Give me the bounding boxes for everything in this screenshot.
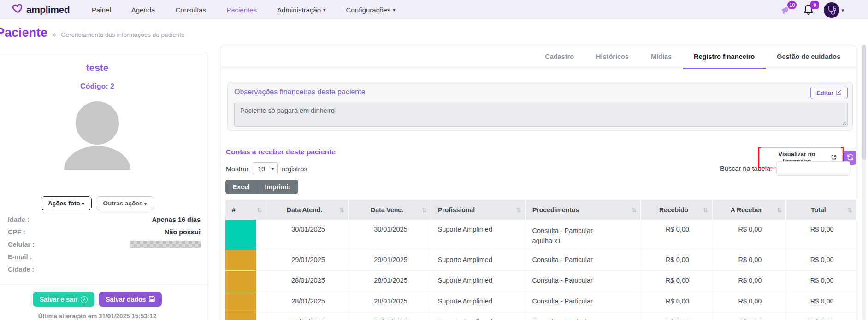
sort-icon[interactable]: ⇅ [847,206,852,213]
refresh-icon [847,154,854,162]
nav-menu: Painel Agenda Consultas Pacientes Admini… [92,6,396,14]
cell-a-receber: R$ 0,00 [712,220,786,250]
table-search-row: Buscar na tabela: [720,161,850,176]
records-label: registros [282,165,307,173]
observations-textarea[interactable]: Paciente só pagará em dinheiro [234,103,848,127]
save-exit-label: Salvar e sair [40,296,78,303]
nav-item-administracao[interactable]: Administração ▾ [277,6,326,14]
announcements-badge: 10 [787,1,797,9]
search-label: Buscar na tabela: [720,165,772,172]
pencil-square-icon [836,89,842,96]
field-cidade: Cidade : [8,263,201,275]
col-header-total[interactable]: Total⇅ [786,200,856,220]
nav-item-configuracoes[interactable]: Configurações ▾ [346,6,396,14]
notifications-badge: 0 [810,1,819,9]
nav-item-label: Configurações [346,6,391,14]
page-scrollbar[interactable] [862,45,866,320]
photo-actions-button[interactable]: Ações foto ▾ [41,196,92,210]
scrollbar-thumb[interactable] [862,45,866,160]
status-color-block [225,291,256,312]
save-data-button[interactable]: Salvar dados [99,292,162,307]
page-size-row: Mostrar 10 ▾ registros [226,162,307,175]
cell-total: R$ 0,00 [786,250,856,270]
financial-observations-panel: Observações financeiras deste paciente E… [227,82,853,131]
floppy-disk-icon [149,296,155,303]
table-row[interactable]: 28/01/2025 28/01/2025 Suporte Amplimed C… [225,291,856,312]
nav-item-pacientes[interactable]: Pacientes [226,6,257,14]
sort-icon[interactable]: ⇅ [257,206,262,213]
top-navbar: amplimed Painel Agenda Consultas Pacient… [0,0,868,19]
field-value: Apenas 16 dias [152,216,201,223]
table-row[interactable]: 27/01/2025 27/01/2025 Suporte Amplimed C… [225,312,856,320]
patient-card: teste Código: 2 Ações foto ▾ Outras açõe… [0,52,207,320]
cell-procedimentos: Consulta - Particular [526,250,641,270]
sort-icon[interactable]: ⇅ [422,206,427,213]
col-header-data-venc[interactable]: Data Venc.⇅ [348,200,431,220]
card-divider [0,285,207,285]
tab-registro-financeiro[interactable]: Registro financeiro [683,45,766,69]
tab-bar: Cadastro Históricos Mídias Registro fina… [220,45,856,69]
save-data-label: Salvar dados [106,296,146,303]
procedure-line: agulha x1 [532,236,636,246]
photo-actions-label: Ações foto [48,200,80,207]
table-row[interactable]: 30/01/2025 30/01/2025 Suporte Amplimed C… [225,220,856,250]
sort-icon[interactable]: ⇅ [703,206,708,213]
sort-icon[interactable]: ⇅ [777,206,782,213]
col-header-procedimentos[interactable]: Procedimentos⇅ [526,200,641,220]
tab-midias[interactable]: Mídias [640,45,683,69]
status-color-block [225,271,256,291]
cell-recebido: R$ 0,00 [641,250,712,270]
field-label: CPF : [8,228,25,236]
table-search-input[interactable] [776,161,850,176]
col-header-a-receber[interactable]: A Receber⇅ [712,200,786,220]
person-silhouette-icon [58,101,136,170]
page-size-select[interactable]: 10 ▾ [253,162,278,175]
field-email: E-mail : [8,250,201,263]
field-label: E-mail : [8,253,32,261]
table-header-row: #⇅ Data Atend.⇅ Data Venc.⇅ Profissional… [225,200,856,220]
tab-gestao-de-cuidados[interactable]: Gestão de cuidados [766,45,851,69]
nav-item-consultas[interactable]: Consultas [175,6,206,14]
cell-data-venc: 27/01/2025 [348,312,431,320]
announcements-button[interactable]: 10 [779,3,793,17]
user-menu-button[interactable]: ▾ [824,2,844,18]
patient-info-fields: Idade : Apenas 16 dias CPF : Não possui … [8,213,201,275]
page-title: Paciente [0,26,47,40]
status-color-block [225,312,256,320]
heart-logo-icon [12,4,23,16]
page-size-value: 10 [258,165,265,173]
tab-historicos[interactable]: Históricos [585,45,640,69]
brand-name: amplimed [26,4,70,15]
patient-avatar [0,101,207,170]
print-button[interactable]: Imprimir [258,180,298,194]
col-header-num[interactable]: #⇅ [225,200,266,220]
cell-total: R$ 0,00 [786,312,856,320]
save-and-exit-button[interactable]: Salvar e sair ✓ [33,292,95,307]
edit-label: Editar [816,89,833,96]
cell-data-venc: 30/01/2025 [348,220,431,250]
table-row[interactable]: 28/01/2025 28/01/2025 Suporte Amplimed C… [225,270,856,291]
sort-icon[interactable]: ⇅ [516,206,521,213]
notifications-button[interactable]: 0 [802,3,815,17]
breadcrumb: Paciente » Gerenciamento das informações… [0,26,185,40]
sort-icon[interactable]: ⇅ [339,206,344,213]
tab-cadastro[interactable]: Cadastro [534,45,585,69]
redacted-phone-value [130,241,201,248]
cell-total: R$ 0,00 [786,291,856,312]
sort-icon[interactable]: ⇅ [632,206,637,213]
excel-button[interactable]: Excel [225,180,258,194]
col-header-data-atend[interactable]: Data Atend.⇅ [266,200,348,220]
resize-grip-icon[interactable] [842,121,846,125]
nav-item-painel[interactable]: Painel [92,6,111,14]
nav-item-agenda[interactable]: Agenda [131,6,155,14]
edit-observations-button[interactable]: Editar [810,87,848,99]
cell-a-receber: R$ 0,00 [712,250,786,270]
col-header-recebido[interactable]: Recebido⇅ [641,200,712,220]
external-link-icon [831,154,836,161]
other-actions-button[interactable]: Outras ações ▾ [96,196,154,210]
field-celular: Celular : [8,238,201,250]
col-header-profissional[interactable]: Profissional⇅ [431,200,526,220]
status-color-block [225,250,256,270]
amplimed-logo[interactable]: amplimed [12,4,70,16]
table-row[interactable]: 29/01/2025 29/01/2025 Suporte Amplimed C… [225,250,856,270]
